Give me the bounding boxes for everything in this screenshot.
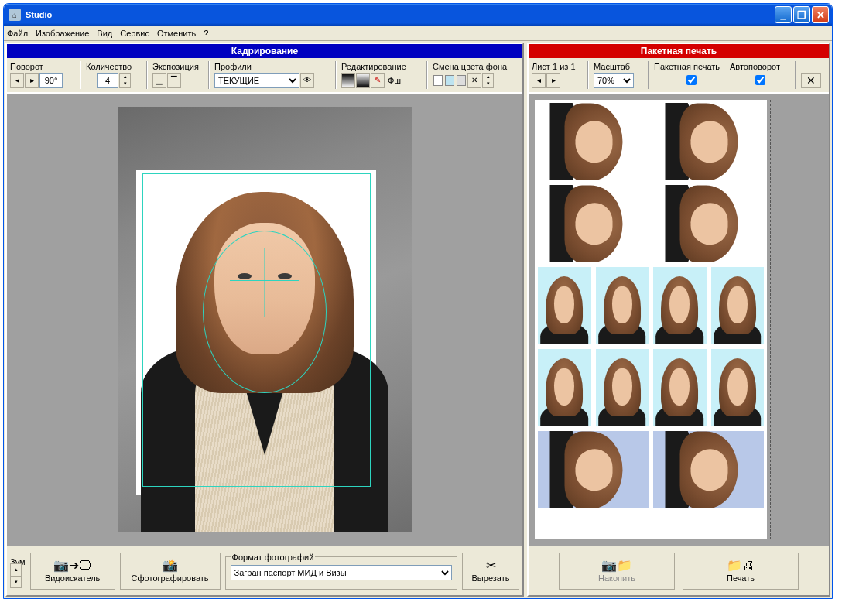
- app-window: ⌂ Studio _ ❐ ✕ Файл Изображение Вид Серв…: [3, 3, 833, 599]
- shoot-button-label: Сфотографировать: [132, 573, 209, 583]
- quantity-input[interactable]: [97, 73, 118, 88]
- maximize-button[interactable]: ❐: [793, 6, 810, 23]
- menu-help[interactable]: ?: [204, 29, 208, 38]
- sheet-next-button[interactable]: ▸: [546, 73, 560, 88]
- batch-checkbox[interactable]: [686, 75, 697, 85]
- autorotate-checkbox[interactable]: [755, 75, 765, 85]
- titlebar: ⌂ Studio _ ❐ ✕: [4, 4, 832, 26]
- profile-toggle-button[interactable]: 👁: [300, 73, 314, 88]
- folder-printer-icon: 📁🖨: [727, 560, 755, 572]
- edit-label: Редактирование: [341, 62, 422, 72]
- menu-undo[interactable]: Отменить: [157, 29, 196, 38]
- photo-canvas[interactable]: [7, 94, 522, 546]
- camera-monitor-icon: 📷➔🖵: [53, 560, 91, 572]
- exposure-down-button[interactable]: ▁: [152, 73, 166, 88]
- crop-toolbar: Поворот ◂ ▸ Количество ▴▾: [7, 58, 522, 94]
- format-legend: Формат фотографий: [231, 553, 316, 562]
- edit-fix-button[interactable]: ✎: [371, 73, 385, 88]
- format-fieldset: Формат фотографий Загран паспорт МИД и В…: [225, 553, 457, 590]
- print-thumb[interactable]: [538, 431, 649, 508]
- print-panel: Пакетная печать Лист 1 из 1 ◂ ▸ Масштаб: [527, 43, 830, 597]
- app-icon: ⌂: [9, 9, 21, 21]
- print-preview-area[interactable]: [529, 94, 829, 546]
- bg-spinner[interactable]: ▴▾: [482, 73, 494, 88]
- viewfinder-button-label: Видоискатель: [45, 573, 100, 583]
- crosshair-vertical: [265, 248, 265, 317]
- print-thumb[interactable]: [653, 185, 764, 262]
- print-thumb[interactable]: [711, 267, 765, 344]
- print-button-label: Печать: [727, 573, 755, 583]
- close-button[interactable]: ✕: [812, 6, 829, 23]
- exposure-label: Экспозиция: [152, 62, 204, 72]
- print-sheet: [535, 100, 767, 539]
- shoot-button[interactable]: 📸 Сфотографировать: [120, 553, 221, 590]
- scale-label: Масштаб: [594, 62, 643, 72]
- print-bottom-bar: 📷📁 Накопить 📁🖨 Печать: [529, 546, 829, 595]
- minimize-button[interactable]: _: [775, 6, 792, 23]
- print-thumb[interactable]: [596, 349, 649, 426]
- print-thumb[interactable]: [653, 431, 764, 508]
- menu-view[interactable]: Вид: [97, 29, 112, 38]
- print-thumb[interactable]: [653, 267, 707, 344]
- format-combo[interactable]: Загран паспорт МИД и Визы: [231, 565, 452, 580]
- crop-bottom-bar: Зум ▴▾ 📷➔🖵 Видоискатель 📸 Сфотографирова…: [7, 546, 522, 595]
- print-thumb[interactable]: [653, 349, 707, 426]
- cut-button[interactable]: ✂ Вырезать: [462, 553, 519, 590]
- edit-grad2-button[interactable]: [356, 73, 370, 88]
- menubar: Файл Изображение Вид Сервис Отменить ?: [4, 26, 832, 41]
- quantity-spinner[interactable]: ▴▾: [119, 73, 131, 88]
- scale-combo[interactable]: 70%: [594, 73, 634, 88]
- photo-viewport: [118, 107, 412, 532]
- print-toolbar: Лист 1 из 1 ◂ ▸ Масштаб 70%: [529, 58, 829, 94]
- bg-swatch-gray[interactable]: [457, 75, 466, 86]
- rotate-value-input[interactable]: [39, 73, 63, 88]
- rotate-right-button[interactable]: ▸: [25, 73, 39, 88]
- print-thumb[interactable]: [538, 349, 591, 426]
- print-panel-header: Пакетная печать: [529, 44, 829, 58]
- print-clear-button[interactable]: ✕: [801, 73, 821, 88]
- print-thumb[interactable]: [596, 267, 649, 344]
- camera-capture-icon: 📸: [163, 560, 178, 572]
- print-thumb[interactable]: [538, 267, 591, 344]
- print-button[interactable]: 📁🖨 Печать: [683, 553, 799, 590]
- bgcolor-label: Смена цвета фона: [433, 62, 518, 72]
- edit-grad1-button[interactable]: [341, 73, 355, 88]
- rotate-label: Поворот: [10, 62, 75, 72]
- bg-swatch-cyan[interactable]: [445, 75, 454, 86]
- quantity-label: Количество: [86, 62, 142, 72]
- autorotate-label: Автоповорот: [730, 62, 790, 72]
- menu-service[interactable]: Сервис: [120, 29, 149, 38]
- print-thumb[interactable]: [538, 103, 649, 180]
- zoom-spinner[interactable]: ▴▾: [10, 563, 22, 588]
- scissors-icon: ✂: [486, 560, 496, 572]
- camera-folder-icon: 📷📁: [601, 560, 632, 572]
- bg-clear-button[interactable]: ✕: [467, 73, 481, 88]
- edit-fsh-label: Фш: [388, 76, 401, 85]
- window-title: Studio: [26, 10, 775, 19]
- cut-button-label: Вырезать: [472, 573, 510, 583]
- crop-panel: Кадрирование Поворот ◂ ▸ Количество: [5, 43, 524, 597]
- menu-file[interactable]: Файл: [7, 29, 28, 38]
- batch-label: Пакетная печать: [654, 62, 728, 72]
- accumulate-button[interactable]: 📷📁 Накопить: [559, 553, 675, 590]
- bg-swatch-white[interactable]: [433, 75, 443, 86]
- profiles-combo[interactable]: ТЕКУЩИЕ: [214, 73, 299, 88]
- viewfinder-button[interactable]: 📷➔🖵 Видоискатель: [30, 553, 115, 590]
- accumulate-button-label: Накопить: [598, 573, 635, 583]
- menu-image[interactable]: Изображение: [36, 29, 89, 38]
- exposure-up-button[interactable]: ▔: [167, 73, 181, 88]
- print-thumb[interactable]: [711, 349, 765, 426]
- print-thumb[interactable]: [653, 103, 764, 180]
- profiles-label: Профили: [214, 62, 330, 72]
- rotate-left-button[interactable]: ◂: [10, 73, 24, 88]
- print-thumb[interactable]: [538, 185, 649, 262]
- crop-panel-header: Кадрирование: [7, 44, 522, 58]
- cut-line: [770, 100, 771, 539]
- sheet-prev-button[interactable]: ◂: [532, 73, 546, 88]
- sheet-label: Лист 1 из 1: [532, 62, 583, 72]
